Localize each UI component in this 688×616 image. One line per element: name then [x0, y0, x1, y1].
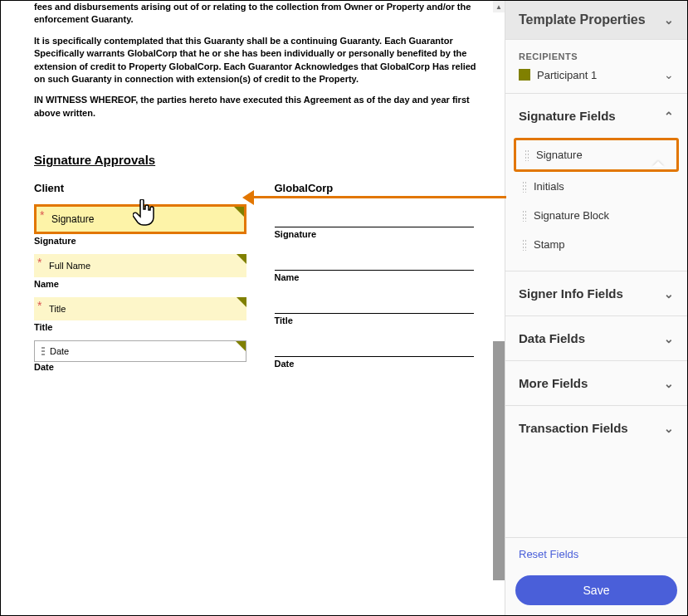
signature-label: Signature — [275, 229, 490, 239]
signer-info-fields-header[interactable]: Signer Info Fields ⌄ — [505, 271, 687, 315]
title-label: Title — [34, 322, 250, 332]
field-corner-icon — [237, 254, 246, 264]
grip-icon — [522, 239, 527, 251]
document-paragraph: fees and disbursements arising out of or… — [34, 1, 490, 27]
required-asterisk-icon: * — [40, 208, 44, 222]
name-label: Name — [275, 272, 490, 282]
section-title: Signature Fields — [519, 109, 616, 123]
field-label: Date — [50, 346, 69, 356]
title-label: Title — [275, 315, 490, 325]
scroll-up-arrow[interactable]: ▲ — [493, 1, 505, 12]
date-label: Date — [275, 359, 490, 369]
date-line — [275, 334, 474, 357]
document-paragraph: IN WITNESS WHEREOF, the parties hereto h… — [34, 94, 490, 120]
document-area: ▲ fees and disbursements arising out of … — [1, 1, 505, 615]
document-paragraph: It is specifically contemplated that thi… — [34, 35, 490, 86]
reset-fields-link[interactable]: Reset Fields — [505, 538, 687, 570]
date-field[interactable]: Date — [34, 340, 246, 362]
grip-icon — [522, 181, 527, 193]
field-item-stamp[interactable]: Stamp — [514, 230, 679, 259]
recipients-section: RECIPIENTS Participant 1 ⌄ — [505, 39, 687, 93]
grip-icon — [522, 210, 527, 222]
client-column: Client * Signature Signature * Full Name… — [34, 182, 250, 380]
signature-fields-list: Signature Initials Signature Block Stamp — [505, 138, 687, 271]
globalcorp-header: GlobalCorp — [275, 182, 490, 194]
instruction-arrow-head — [242, 190, 254, 205]
template-properties-header[interactable]: Template Properties ⌄ — [505, 1, 687, 39]
field-corner-icon — [236, 341, 246, 351]
field-item-initials[interactable]: Initials — [514, 172, 679, 201]
field-item-signature-block[interactable]: Signature Block — [514, 201, 679, 230]
field-item-label: Signature Block — [534, 209, 609, 222]
chevron-down-icon: ⌄ — [664, 377, 674, 390]
field-label: Signature — [51, 213, 94, 225]
grip-icon — [525, 149, 529, 161]
required-asterisk-icon: * — [37, 299, 41, 312]
chevron-down-icon: ⌄ — [664, 68, 674, 81]
field-corner-icon — [234, 207, 244, 217]
title-field[interactable]: * Title — [34, 297, 246, 320]
fullname-field[interactable]: * Full Name — [34, 254, 246, 277]
signature-field[interactable]: * Signature — [34, 204, 246, 234]
field-corner-icon — [237, 297, 246, 307]
client-header: Client — [34, 182, 250, 194]
recipients-label: RECIPIENTS — [519, 51, 674, 61]
required-asterisk-icon: * — [37, 256, 41, 269]
name-label: Name — [34, 279, 250, 289]
drag-handle-icon — [41, 346, 45, 356]
chevron-up-icon: ⌃ — [664, 110, 674, 123]
field-item-label: Signature — [536, 149, 583, 161]
participant-name: Participant 1 — [537, 69, 597, 81]
panel-title: Template Properties — [519, 12, 646, 27]
section-title: Data Fields — [519, 331, 585, 345]
properties-sidebar: Template Properties ⌄ RECIPIENTS Partici… — [505, 1, 687, 615]
section-title: Transaction Fields — [519, 421, 628, 435]
signature-fields-header[interactable]: Signature Fields ⌃ — [505, 94, 687, 138]
chevron-down-icon: ⌄ — [664, 332, 674, 345]
chevron-down-icon: ⌄ — [664, 287, 674, 301]
caret-indicator-icon — [652, 161, 664, 167]
date-label: Date — [34, 362, 250, 372]
section-title: Signer Info Fields — [519, 286, 623, 301]
field-item-label: Stamp — [534, 238, 565, 251]
more-fields-header[interactable]: More Fields ⌄ — [505, 361, 687, 405]
transaction-fields-header[interactable]: Transaction Fields ⌄ — [505, 406, 687, 450]
signature-label: Signature — [34, 236, 250, 246]
field-label: Title — [49, 304, 66, 314]
signature-approvals-heading: Signature Approvals — [34, 153, 490, 167]
chevron-down-icon: ⌄ — [664, 422, 674, 435]
signature-line — [275, 204, 474, 227]
scrollbar-thumb[interactable] — [493, 341, 505, 580]
field-item-label: Initials — [534, 180, 564, 193]
name-line — [275, 247, 474, 271]
data-fields-header[interactable]: Data Fields ⌄ — [505, 316, 687, 360]
save-button[interactable]: Save — [515, 575, 677, 605]
chevron-down-icon: ⌄ — [664, 13, 674, 27]
field-label: Full Name — [49, 261, 90, 271]
participant-color-swatch — [519, 69, 530, 81]
section-title: More Fields — [519, 376, 588, 390]
participant-row[interactable]: Participant 1 ⌄ — [519, 68, 674, 81]
title-line — [275, 291, 474, 314]
instruction-arrow — [249, 196, 506, 198]
globalcorp-column: GlobalCorp Signature Name Title Date — [275, 182, 490, 380]
